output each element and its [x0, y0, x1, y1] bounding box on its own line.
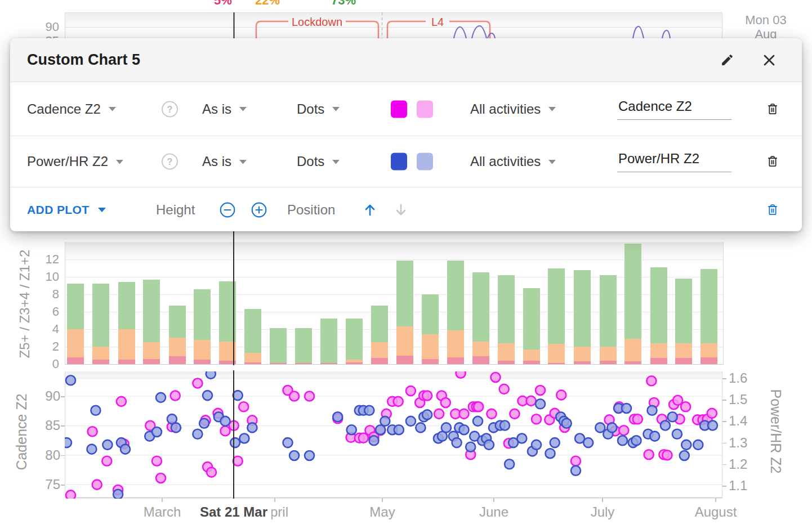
bar-segment-z1+2 — [472, 272, 489, 342]
top-chart-strip: Lockdown L4 5% 22% 73% 90 85 Mon 03 Aug — [0, 0, 812, 38]
bar-segment-z5+ — [422, 359, 439, 364]
bar-segment-z5+ — [169, 356, 186, 364]
transform-select[interactable]: As is — [202, 154, 247, 169]
bar-segment-z3+4 — [194, 340, 211, 360]
stacked-bar — [498, 275, 515, 364]
modal-header: Custom Chart 5 — [10, 38, 802, 82]
height-label: Height — [156, 202, 195, 218]
activities-select[interactable]: All activities — [470, 154, 556, 169]
bar-segment-z3+4 — [447, 330, 464, 357]
bar-segment-z3+4 — [498, 343, 515, 361]
bar-segment-z5+ — [270, 363, 287, 364]
bar-segment-z3+4 — [548, 344, 565, 363]
scatter-right-tick-label: 1.6 — [729, 371, 762, 385]
bar-y-tick-label: 2 — [31, 339, 59, 354]
add-plot-button[interactable]: ADD PLOT — [27, 203, 106, 217]
bar-segment-z1+2 — [600, 275, 617, 347]
scatter-right-tick-label: 1.1 — [729, 478, 762, 493]
stacked-bar — [675, 279, 692, 364]
bar-segment-z5+ — [194, 360, 211, 364]
stacked-bar — [472, 272, 489, 364]
delete-chart-icon[interactable] — [765, 203, 780, 217]
transform-select[interactable]: As is — [202, 101, 247, 117]
zone-bar-chart: Z5+ / Z3+4 / Z1+2 024681012 — [0, 231, 812, 366]
metric-select[interactable]: Cadence Z2 — [27, 101, 117, 117]
right-tick-mark — [722, 378, 726, 379]
height-increase-icon[interactable] — [251, 201, 267, 218]
right-tick-mark — [722, 443, 726, 444]
bar-y-tick-label: 4 — [31, 322, 59, 337]
bar-segment-z5+ — [92, 360, 109, 364]
scatter-right-tick-label: 1.3 — [729, 436, 762, 450]
stacked-bar — [320, 319, 337, 364]
primary-color-swatch[interactable] — [391, 100, 407, 118]
help-icon[interactable]: ? — [162, 101, 178, 117]
scatter-left-tick-label: 80 — [32, 448, 60, 463]
bar-segment-z3+4 — [650, 343, 667, 358]
stacked-bar — [194, 289, 211, 364]
bar-segment-z5+ — [600, 361, 617, 364]
scatter-left-axis-title: Cadence Z2 — [14, 376, 30, 488]
secondary-color-swatch[interactable] — [417, 153, 433, 171]
bar-segment-z5+ — [624, 361, 641, 364]
bar-segment-z5+ — [118, 360, 135, 364]
secondary-color-swatch[interactable] — [417, 100, 433, 118]
x-axis-month-label: June — [479, 505, 508, 519]
bar-segment-z3+4 — [143, 342, 160, 358]
move-down-icon[interactable] — [392, 201, 409, 218]
metric-select[interactable]: Power/HR Z2 — [27, 154, 124, 169]
bar-segment-z5+ — [346, 362, 363, 364]
bar-segment-z1+2 — [67, 284, 84, 329]
left-tick-mark — [61, 455, 65, 456]
bar-segment-z1+2 — [650, 267, 667, 343]
bar-segment-z5+ — [574, 361, 591, 364]
plot-config-row-cadence: Cadence Z2 ? As is Dots All activities — [10, 82, 802, 136]
right-tick-mark — [722, 486, 726, 487]
delete-plot-icon[interactable] — [765, 102, 780, 116]
custom-chart-modal: Custom Chart 5 Cadence Z2 ? As is Dots — [10, 38, 802, 231]
right-tick-mark — [722, 421, 726, 422]
zone-pct-label-3: 73% — [331, 0, 356, 8]
bar-segment-z1+2 — [92, 284, 109, 347]
bar-segment-z5+ — [548, 363, 565, 364]
help-icon[interactable]: ? — [162, 154, 178, 170]
style-select[interactable]: Dots — [297, 101, 340, 117]
activities-select[interactable]: All activities — [470, 101, 556, 117]
bar-segment-z1+2 — [169, 306, 186, 338]
stacked-bar — [447, 261, 464, 364]
scatter-chart: Cadence Z2 Power/HR Z2 Sat 21 Mar 758085… — [0, 365, 812, 529]
x-axis-tick-mark — [493, 497, 494, 502]
bar-segment-z3+4 — [118, 329, 135, 360]
bar-segment-z3+4 — [574, 347, 591, 361]
delete-plot-icon[interactable] — [765, 154, 780, 169]
height-decrease-icon[interactable] — [219, 201, 236, 218]
bar-segment-z1+2 — [118, 282, 135, 329]
bar-segment-z1+2 — [194, 289, 211, 340]
scatter-plot-area — [65, 371, 722, 499]
bar-segment-z5+ — [675, 358, 692, 364]
scatter-right-tick-label: 1.4 — [729, 414, 762, 428]
close-icon[interactable] — [761, 52, 777, 68]
bar-segment-z5+ — [498, 361, 515, 364]
x-axis-month-label: May — [369, 505, 395, 519]
plot-label-input[interactable] — [617, 151, 731, 172]
style-select[interactable]: Dots — [297, 154, 340, 169]
l4-annotation: L4 — [431, 16, 444, 28]
stacked-bar — [118, 282, 135, 364]
plot-label-input[interactable] — [617, 98, 731, 120]
modal-footer: ADD PLOT Height Position — [10, 187, 802, 232]
stacked-bar — [67, 284, 84, 364]
bar-segment-z1+2 — [675, 279, 692, 343]
edit-icon[interactable] — [720, 53, 734, 67]
bar-segment-z1+2 — [523, 288, 540, 349]
date-marker-line-bars — [233, 231, 234, 365]
stacked-bar — [574, 270, 591, 364]
primary-color-swatch[interactable] — [391, 153, 407, 171]
scatter-right-axis-title: Power/HR Z2 — [768, 375, 784, 488]
bar-segment-z5+ — [295, 363, 312, 364]
left-tick-mark — [61, 425, 65, 427]
bar-segment-z1+2 — [396, 261, 413, 327]
bar-y-tick-label: 12 — [31, 252, 59, 267]
x-axis-month-label: August — [695, 505, 737, 519]
move-up-icon[interactable] — [362, 201, 378, 218]
